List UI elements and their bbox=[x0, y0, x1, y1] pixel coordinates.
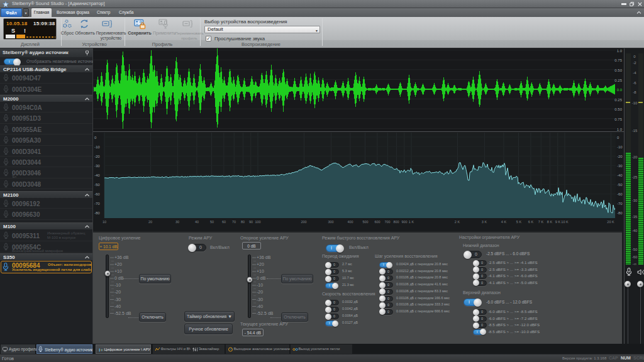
svg-text:20: 20 bbox=[148, 220, 152, 224]
svg-text:-20: -20 bbox=[617, 155, 623, 158]
svg-text:-30: -30 bbox=[94, 164, 100, 168]
svg-text:-60: -60 bbox=[617, 192, 623, 196]
svg-text:20 K: 20 K bbox=[607, 220, 614, 224]
svg-text:0.50: 0.50 bbox=[614, 69, 622, 72]
svg-text:2 K: 2 K bbox=[455, 220, 460, 224]
svg-text:60: 60 bbox=[222, 220, 226, 224]
svg-text:-40: -40 bbox=[617, 173, 623, 177]
svg-text:800: 800 bbox=[393, 220, 399, 224]
svg-text:-50: -50 bbox=[617, 183, 623, 187]
svg-text:500: 500 bbox=[362, 220, 368, 224]
svg-text:4 K: 4 K bbox=[501, 220, 507, 224]
svg-text:0.50: 0.50 bbox=[614, 107, 622, 111]
svg-text:400: 400 bbox=[347, 220, 353, 224]
svg-text:0.25: 0.25 bbox=[614, 98, 622, 102]
svg-text:-10: -10 bbox=[617, 145, 623, 149]
svg-text:5 K: 5 K bbox=[516, 220, 522, 224]
svg-text:80: 80 bbox=[241, 220, 245, 224]
svg-text:-70: -70 bbox=[94, 202, 100, 206]
svg-text:0.75: 0.75 bbox=[614, 58, 622, 62]
svg-text:6 K: 6 K bbox=[528, 220, 534, 224]
svg-text:1 K: 1 K bbox=[409, 220, 414, 224]
svg-text:600: 600 bbox=[374, 220, 380, 224]
svg-text:3 K: 3 K bbox=[482, 220, 487, 224]
svg-text:-60: -60 bbox=[94, 192, 100, 196]
svg-text:-70: -70 bbox=[617, 202, 623, 206]
svg-text:8 K: 8 K bbox=[547, 220, 553, 224]
svg-text:-10: -10 bbox=[94, 145, 100, 149]
svg-text:50: 50 bbox=[210, 220, 214, 224]
svg-text:200: 200 bbox=[301, 220, 306, 224]
svg-text:9 K: 9 K bbox=[555, 220, 561, 224]
svg-text:0.0: 0.0 bbox=[617, 88, 623, 92]
svg-text:-50: -50 bbox=[94, 183, 100, 187]
svg-text:30: 30 bbox=[175, 220, 179, 224]
svg-text:0.25: 0.25 bbox=[614, 79, 622, 82]
svg-text:-80: -80 bbox=[617, 211, 623, 215]
svg-text:900: 900 bbox=[401, 220, 407, 224]
svg-text:-30: -30 bbox=[617, 164, 623, 168]
svg-text:40: 40 bbox=[195, 220, 199, 224]
svg-text:100: 100 bbox=[255, 220, 260, 224]
svg-text:1.0: 1.0 bbox=[617, 49, 623, 53]
svg-text:0.75: 0.75 bbox=[614, 118, 622, 121]
svg-text:7 K: 7 K bbox=[538, 220, 544, 224]
svg-text:90: 90 bbox=[249, 220, 253, 224]
svg-text:-20: -20 bbox=[94, 155, 100, 158]
svg-text:-40: -40 bbox=[94, 173, 100, 177]
svg-text:-80: -80 bbox=[94, 211, 100, 215]
svg-text:70: 70 bbox=[232, 220, 236, 224]
svg-text:300: 300 bbox=[328, 220, 333, 224]
svg-text:10 K: 10 K bbox=[561, 220, 569, 224]
svg-text:10: 10 bbox=[103, 220, 106, 224]
svg-text:700: 700 bbox=[384, 220, 390, 224]
